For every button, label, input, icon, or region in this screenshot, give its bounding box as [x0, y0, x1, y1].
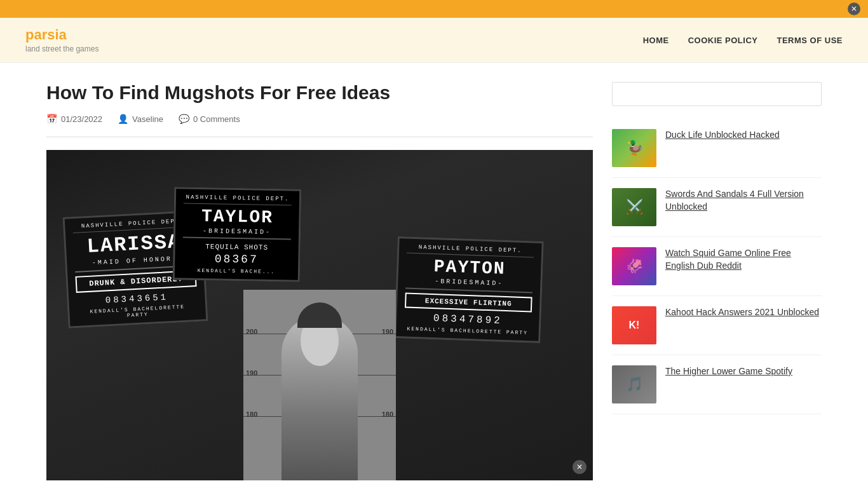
main-content: How To Find Mugshots For Free Ideas 📅 01…: [46, 82, 593, 480]
ad-bar: ✕: [0, 0, 868, 18]
mugshot-card-payton: NASHVILLE POLICE DEPT. PAYTON -BRIDESMAI…: [394, 236, 543, 343]
sidebar-item-link-squid[interactable]: Watch Squid Game Online Free English Dub…: [665, 247, 822, 272]
featured-image: NASHVILLE POLICE DEPT. LARISSA -MAID OF …: [46, 150, 593, 480]
mugshot-person: 200 190 180 190 180: [243, 290, 396, 480]
sidebar-thumb-kahoot: K!: [612, 306, 656, 344]
brand-link[interactable]: parsia: [25, 27, 67, 43]
user-icon: 👤: [118, 114, 128, 124]
nav-home[interactable]: HOME: [643, 36, 669, 45]
sidebar-item: 🦆 Duck Life Unblocked Hacked: [612, 119, 822, 178]
ad-close-button[interactable]: ✕: [848, 3, 860, 15]
main-nav: HOME COOKIE POLICY TERMS OF USE: [643, 36, 843, 45]
sidebar-items: 🦆 Duck Life Unblocked Hacked ⚔️ Swords A…: [612, 119, 822, 414]
sidebar-thumb-swords: ⚔️: [612, 188, 656, 226]
sidebar-item-link-kahoot[interactable]: Kahoot Hack Answers 2021 Unblocked: [665, 306, 819, 319]
sidebar-item-link-swords[interactable]: Swords And Sandals 4 Full Version Unbloc…: [665, 188, 822, 213]
post-title: How To Find Mugshots For Free Ideas: [46, 82, 593, 104]
site-tagline: land street the games: [25, 44, 98, 53]
mugshot-scene: NASHVILLE POLICE DEPT. LARISSA -MAID OF …: [46, 150, 593, 480]
mugshot-card-taylor: NASHVILLE POLICE DEPT. TAYLOR -BRIDESMAI…: [173, 187, 302, 281]
site-brand: parsia land street the games: [25, 27, 98, 53]
calendar-icon: 📅: [46, 114, 57, 124]
image-close-button[interactable]: ✕: [573, 460, 587, 474]
site-header: parsia land street the games HOME COOKIE…: [0, 18, 868, 63]
post-date: 📅 01/23/2022: [46, 114, 102, 124]
sidebar-item-link-duck[interactable]: Duck Life Unblocked Hacked: [665, 129, 780, 142]
page-wrapper: How To Find Mugshots For Free Ideas 📅 01…: [21, 63, 847, 488]
sidebar-item: ⚔️ Swords And Sandals 4 Full Version Unb…: [612, 178, 822, 237]
duck-thumbnail: 🦆: [612, 129, 656, 167]
post-meta: 📅 01/23/2022 👤 Vaseline 💬 0 Comments: [46, 114, 593, 124]
nav-cookie-policy[interactable]: COOKIE POLICY: [688, 36, 758, 45]
sidebar-thumb-higher: 🎵: [612, 365, 656, 403]
sidebar-item: K! Kahoot Hack Answers 2021 Unblocked: [612, 296, 822, 355]
post-author: 👤 Vaseline: [118, 114, 163, 124]
sidebar: 🦆 Duck Life Unblocked Hacked ⚔️ Swords A…: [612, 82, 822, 480]
nav-terms-of-use[interactable]: TERMS OF USE: [776, 36, 843, 45]
post-divider: [46, 137, 593, 137]
comment-icon: 💬: [179, 114, 189, 124]
sidebar-item: 🦑 Watch Squid Game Online Free English D…: [612, 237, 822, 296]
card-charge-payton: EXCESSIVE FLIRTING: [405, 293, 532, 313]
sidebar-thumb-squid: 🦑: [612, 247, 656, 285]
swords-thumbnail: ⚔️: [612, 188, 656, 226]
sidebar-item: 🎵 The Higher Lower Game Spotify: [612, 355, 822, 414]
sidebar-thumb-duck: 🦆: [612, 129, 656, 167]
squid-thumbnail: 🦑: [612, 247, 656, 285]
kahoot-thumbnail: K!: [612, 306, 656, 344]
post-comments: 💬 0 Comments: [179, 114, 240, 124]
sidebar-search-input[interactable]: [612, 82, 822, 106]
sidebar-item-link-higher[interactable]: The Higher Lower Game Spotify: [665, 365, 792, 378]
higher-thumbnail: 🎵: [612, 365, 656, 403]
